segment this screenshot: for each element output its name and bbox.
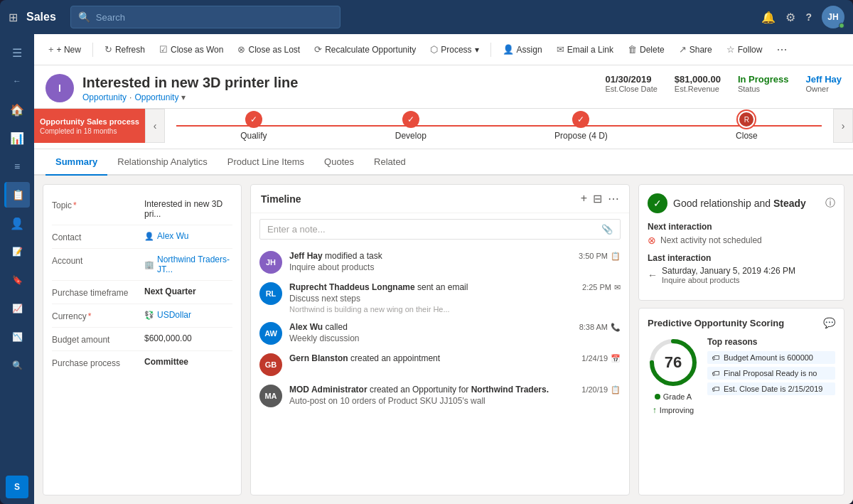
- timeline-header: Timeline + ⊟ ⋯: [251, 185, 629, 213]
- separator2: [490, 43, 491, 57]
- process-step-propose[interactable]: ✓ Propose (4 D): [554, 111, 608, 141]
- more-options-button[interactable]: ···: [771, 39, 793, 60]
- process-step-develop[interactable]: ✓ Develop: [395, 111, 426, 141]
- currency-icon: 💱: [144, 311, 154, 320]
- contact-link[interactable]: 👤 Alex Wu: [144, 231, 232, 241]
- new-icon: +: [48, 44, 54, 55]
- sidebar-item-back[interactable]: ←: [4, 68, 30, 94]
- timeline-add-icon[interactable]: +: [581, 192, 587, 205]
- paperclip-icon[interactable]: 📎: [601, 224, 613, 235]
- timeline-filter-icon[interactable]: ⊟: [593, 192, 602, 205]
- currency-link[interactable]: 💱 USDollar: [144, 310, 232, 320]
- tab-product-line-items[interactable]: Product Line Items: [218, 149, 314, 176]
- sidebar-item-search[interactable]: 🔍: [4, 353, 30, 378]
- close-lost-icon: ⊗: [237, 44, 245, 55]
- email-link-button[interactable]: ✉ Email a Link: [551, 41, 619, 58]
- last-interaction-subject: Inquire about products: [662, 276, 795, 284]
- tab-relationship-analytics[interactable]: Relationship Analytics: [107, 149, 217, 176]
- timeline-item: AW Alex Wu called 8:38 AM 📞 Weekly discu…: [259, 322, 621, 345]
- sidebar-item-dashboard[interactable]: 📊: [4, 125, 30, 151]
- right-panel: ✓ Good relationship and Steady ⓘ Next in…: [638, 184, 844, 495]
- recalculate-button[interactable]: ⟳ Recalculate Opportunity: [309, 41, 422, 58]
- form-row-contact: Contact 👤 Alex Wu: [52, 225, 232, 249]
- process-step-close[interactable]: R Close: [736, 111, 758, 141]
- help-icon[interactable]: ?: [805, 11, 812, 23]
- scoring-card: Predictive Opportunity Scoring 💬: [638, 308, 844, 495]
- share-button[interactable]: ↗ Share: [673, 41, 718, 58]
- main-content: Topic * Interested in new 3D pri... Cont…: [34, 176, 853, 504]
- tab-quotes[interactable]: Quotes: [314, 149, 364, 176]
- process-prev-button[interactable]: ‹: [145, 109, 165, 143]
- timeline-title: Timeline: [261, 193, 581, 205]
- search-input[interactable]: [96, 12, 333, 23]
- assign-button[interactable]: 👤 Assign: [497, 41, 548, 58]
- delete-button[interactable]: 🗑 Delete: [622, 41, 670, 58]
- timeline-more-icon[interactable]: ⋯: [608, 192, 619, 205]
- purchase-process-label: Purchase process: [52, 357, 144, 368]
- sidebar-item-notes[interactable]: 📝: [4, 239, 30, 264]
- sidebar-item-home[interactable]: 🏠: [4, 97, 30, 122]
- avatar[interactable]: JH: [822, 6, 844, 28]
- improving-label: Improving: [660, 406, 694, 414]
- last-interaction-details: Saturday, January 5, 2019 4:26 PM Inquir…: [662, 266, 795, 284]
- info-icon[interactable]: ⓘ: [825, 197, 835, 210]
- timeline-sub: Northwind is building a new wing on thei…: [289, 305, 621, 313]
- account-label: Account: [52, 254, 144, 266]
- sidebar-item-bookmarks[interactable]: 🔖: [4, 267, 30, 293]
- grid-icon[interactable]: ⊞: [9, 11, 18, 24]
- app-name: Sales: [26, 11, 56, 23]
- sidebar-item-reports[interactable]: 📈: [4, 296, 30, 321]
- record-title-info: Interested in new 3D printer line Opport…: [82, 75, 605, 102]
- reasons-title: Top reasons: [707, 337, 835, 347]
- timeline-item-header: Gern Blanston created an appointment 1/2…: [289, 353, 621, 363]
- timeline-time: 8:38 AM 📞: [579, 323, 621, 332]
- process-button[interactable]: ⬡ Process ▾: [424, 41, 484, 58]
- gear-icon[interactable]: ⚙: [785, 11, 795, 24]
- refresh-button[interactable]: ↻ Refresh: [99, 41, 151, 58]
- owner-value: Jeff Hay: [805, 74, 842, 85]
- form-row-currency: Currency * 💱 USDollar: [52, 304, 232, 328]
- nav-icons: 🔔 ⚙ ? JH: [761, 6, 844, 28]
- timeline-time: 1/24/19 📅: [581, 354, 621, 363]
- account-link[interactable]: 🏢 Northwind Traders-JT...: [144, 254, 232, 274]
- sidebar-item-list[interactable]: ≡: [4, 154, 30, 179]
- account-icon: 🏢: [144, 260, 154, 269]
- bell-icon[interactable]: 🔔: [761, 11, 776, 24]
- process-steps: ✓ Qualify ✓ Develop ✓ Propose (4 D) R Cl…: [165, 111, 833, 141]
- tab-related[interactable]: Related: [364, 149, 416, 176]
- step-circle-close: R: [738, 111, 755, 128]
- timeline-actions: + ⊟ ⋯: [581, 192, 619, 205]
- follow-button[interactable]: ☆ Follow: [721, 41, 768, 58]
- grade-row: Grade A: [655, 392, 692, 401]
- record-entity-link[interactable]: Opportunity: [134, 92, 178, 102]
- record-title: Interested in new 3D printer line: [82, 75, 605, 91]
- next-activity-value: ⊗ Next activity not scheduled: [648, 235, 835, 246]
- timeline-note-input[interactable]: [267, 224, 596, 235]
- relationship-icon: ✓: [648, 193, 667, 213]
- reason-icon: 🏷: [712, 385, 719, 393]
- reason-text-1: Budget Amount is 600000: [724, 353, 813, 362]
- scoring-info-icon[interactable]: 💬: [823, 317, 835, 328]
- process-step-qualify[interactable]: ✓ Qualify: [240, 111, 267, 141]
- sidebar-item-records[interactable]: 📋: [4, 182, 30, 208]
- score-reasons: Top reasons 🏷 Budget Amount is 600000 🏷 …: [707, 337, 835, 398]
- record-type-link[interactable]: Opportunity: [82, 92, 127, 102]
- new-button[interactable]: + + New: [43, 41, 87, 58]
- form-panel: Topic * Interested in new 3D pri... Cont…: [43, 184, 242, 495]
- tabs: Summary Relationship Analytics Product L…: [34, 149, 853, 176]
- sidebar-user-initial[interactable]: S: [6, 476, 28, 498]
- timeline-item-header: Alex Wu called 8:38 AM 📞: [289, 322, 621, 332]
- timeline-item-header: Jeff Hay modified a task 3:50 PM 📋: [289, 251, 621, 261]
- close-won-button[interactable]: ☑ Close as Won: [154, 41, 229, 58]
- process-next-button[interactable]: ›: [833, 109, 853, 143]
- reason-item-3: 🏷 Est. Close Date is 2/15/2019: [707, 382, 835, 395]
- last-interaction-date: Saturday, January 5, 2019 4:26 PM: [662, 266, 795, 276]
- timeline-description: Auto-post on 10 orders of Product SKU JJ…: [289, 396, 621, 406]
- tab-summary[interactable]: Summary: [45, 149, 107, 176]
- email-link-icon: ✉: [557, 44, 564, 55]
- sidebar-item-contacts[interactable]: 👤: [4, 210, 30, 236]
- currency-value: 💱 USDollar: [144, 310, 232, 320]
- sidebar-item-menu[interactable]: ☰: [4, 40, 30, 65]
- sidebar-item-analytics[interactable]: 📉: [4, 324, 30, 350]
- close-lost-button[interactable]: ⊗ Close as Lost: [232, 41, 306, 58]
